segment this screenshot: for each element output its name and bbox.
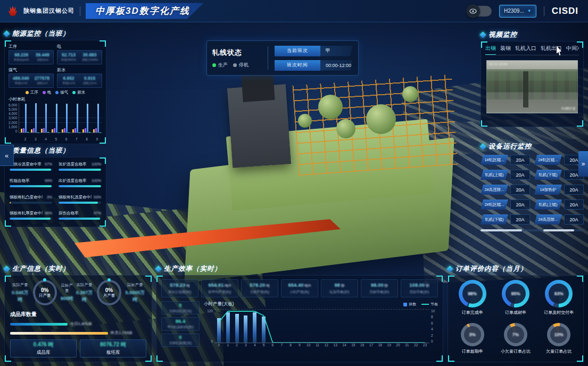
- bar: [93, 129, 95, 132]
- donut-percent: 98%: [468, 291, 477, 296]
- y-tick: 4: [431, 327, 433, 331]
- panel-diamond-icon: [479, 143, 486, 150]
- metric-value: 52.713: [60, 52, 77, 57]
- scrollbar-thumb[interactable]: [481, 229, 522, 231]
- x-tick: 18: [376, 343, 385, 347]
- bar-group: [52, 103, 60, 132]
- donut-percent: 10%: [554, 332, 564, 337]
- donut-hole: 98%: [462, 284, 483, 304]
- steel-id-dropdown[interactable]: H2309... ▼: [499, 5, 536, 18]
- bar: [68, 132, 70, 133]
- quality-item: 性能合格率99%: [10, 178, 52, 190]
- chart-legend-label: 块数: [409, 302, 416, 307]
- progress-fill: [10, 169, 51, 171]
- donut-label: 订单及时交付率: [544, 310, 574, 315]
- bar: [62, 129, 63, 132]
- quality-label: 性能合格率: [10, 178, 30, 184]
- efficiency-panel-title: 生产效率（实时）: [164, 264, 221, 273]
- donut-label: 订单超期率: [462, 348, 483, 354]
- bar-group: [93, 103, 101, 132]
- donut-percent: 93%: [554, 291, 564, 296]
- quality-item: 装炉温度合格率100%: [59, 162, 101, 173]
- progress-track: [59, 185, 101, 187]
- bar: [85, 128, 86, 132]
- x-tick: 7: [277, 343, 286, 347]
- order-metric: 95%订单成材率: [494, 280, 536, 319]
- equipment-row[interactable]: 1#加热炉20A: [534, 185, 584, 195]
- y-tick: 0: [211, 339, 213, 343]
- quality-item-top: 超快冷温度命中率97%: [10, 162, 52, 167]
- equipment-row[interactable]: 轧机(上辊)20A: [481, 170, 530, 180]
- legend-dot-icon: [72, 91, 76, 94]
- status-row-value: 00:00-12:00: [320, 60, 353, 71]
- energy-chart-xaxis: 23456789: [20, 137, 102, 141]
- efficiency-stat: 578.23 吨班次计划量(吨): [161, 279, 198, 297]
- actual-value: 0.045万吨: [10, 289, 30, 303]
- gauge-label: 日产量: [39, 293, 51, 298]
- visibility-toggle[interactable]: [467, 6, 492, 16]
- collapse-right-handle[interactable]: »: [578, 151, 588, 177]
- quality-item: 探伤合格率97%: [59, 211, 101, 222]
- metric-value: 30.683: [81, 52, 99, 57]
- hourly-chart-right-axis: 1086420: [429, 309, 438, 343]
- donut-label: 订单完成率: [462, 310, 483, 315]
- x-tick: 22: [411, 343, 420, 347]
- equipment-label: 1#加热炉: [540, 187, 557, 193]
- equipment-row[interactable]: 2#轧区辊...20A: [534, 155, 584, 165]
- panel-diamond-icon: [3, 265, 10, 272]
- percent-gauge: 0%月产量: [97, 280, 121, 305]
- quality-label: 探伤合格率: [59, 211, 79, 216]
- quadrant-name: 电: [57, 44, 102, 49]
- equipment-monitor-panel: 设备运行监控 1#轧区辊...20A2#轧区辊...20A轧机(上辊)20A轧机…: [481, 142, 584, 235]
- x-tick: 9: [96, 137, 98, 141]
- equipment-value: 20A: [510, 170, 530, 180]
- production-panel-title: 生产信息（实时）: [12, 264, 70, 273]
- energy-chart: [19, 103, 102, 133]
- metric-cell: 6.652单耗(m³/t): [62, 76, 76, 86]
- efficiency-stat: 654.61 吨/h班平均产量(吨): [201, 279, 238, 297]
- legend-item: 工序: [26, 90, 38, 95]
- actual-label: 实际产量: [10, 282, 30, 288]
- order-metric: 10%欠量订单占比: [538, 321, 580, 358]
- quality-item: 钢板终轧凸度命中率3%: [10, 195, 52, 206]
- equipment-row[interactable]: 2#高压除...20A: [534, 214, 584, 224]
- x-tick: 6: [65, 137, 68, 141]
- stat-unit: 吨: [265, 284, 269, 287]
- line-status-row: 当前班次甲: [275, 46, 353, 56]
- video-tab-轧机入口[interactable]: 轧机入口: [515, 45, 536, 52]
- quality-percent: 96%: [45, 211, 52, 215]
- quality-percent: 97%: [94, 211, 101, 215]
- donut-gauge: 10%: [547, 323, 570, 346]
- bar-group: [72, 103, 80, 132]
- x-tick: 6: [268, 343, 277, 347]
- stat-value: 654.40 吨/h: [283, 282, 317, 288]
- camera-feed[interactable]: 09-11 10:09 出钢区域: [486, 60, 578, 113]
- x-tick: 15: [349, 343, 358, 347]
- y-tick: 6: [431, 321, 433, 325]
- efficiency-side-stat: 0当班轧制量(块): [161, 334, 200, 347]
- equipment-label-chip: 1#加热炉: [534, 185, 562, 195]
- efficiency-stat: 98.00 秒目标节奏(秒): [361, 279, 398, 297]
- equipment-row[interactable]: 轧机(下辊)20A: [534, 170, 584, 180]
- x-tick: 8: [286, 343, 295, 347]
- metric-label: 消耗(万m³): [83, 81, 97, 85]
- equipment-row[interactable]: 轧机(上辊)20A: [534, 199, 584, 210]
- status-legend-item: 生产: [212, 62, 228, 69]
- video-tab-装钢[interactable]: 装钢: [500, 45, 511, 52]
- equipment-row[interactable]: 轧机(下辊)20A: [481, 214, 530, 224]
- bar: [27, 132, 29, 132]
- production-info-panel: 生产信息（实时） 实际产量0.045万吨0%日产量目标产量900吨实际产量0.3…: [4, 264, 152, 363]
- equipment-row[interactable]: 1#轧区辊...20A: [481, 155, 530, 165]
- bar: [54, 128, 55, 132]
- divider: [80, 6, 80, 16]
- video-tab-出钢[interactable]: 出钢: [485, 45, 496, 52]
- scrollbar-thumb[interactable]: [543, 229, 574, 231]
- collapse-left-handle[interactable]: «: [0, 145, 14, 166]
- inventory-bar-row: 昨天1,793块: [10, 330, 146, 336]
- pace-line: [214, 310, 429, 343]
- video-tab-中间冷[interactable]: 中间冷: [566, 45, 579, 52]
- equipment-row[interactable]: 2#高压除...20A: [481, 185, 530, 195]
- side-stat-value: 86.4: [176, 318, 186, 324]
- equipment-scrollbar[interactable]: [481, 229, 584, 231]
- equipment-row[interactable]: 2#轧区辊...20A: [481, 199, 530, 210]
